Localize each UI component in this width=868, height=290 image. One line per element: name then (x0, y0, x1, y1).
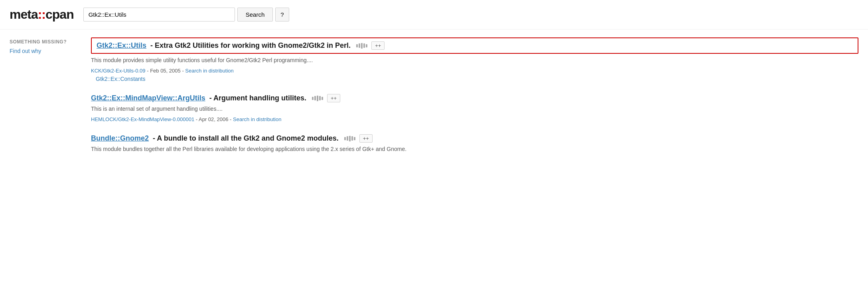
logo-dots: :: (38, 7, 45, 22)
result-summary-2: This is an internal set of argument hand… (91, 105, 858, 113)
content-area: Gtk2::Ex::Utils - Extra Gtk2 Utilities f… (91, 37, 858, 165)
result-meta-sep2-2: - (230, 116, 233, 122)
submodule-link-1-0[interactable]: Gtk2::Ex::Constants (96, 76, 146, 82)
bar2-2 (314, 96, 316, 100)
result-meta-sep-2: - (196, 116, 199, 122)
bar3-3 (349, 136, 351, 141)
result-author-link-2[interactable]: HEMLOCK/Gtk2-Ex-MindMapView-0.000001 (91, 116, 194, 122)
search-bar: Search ? (83, 8, 289, 22)
result-title-row-1: Gtk2::Ex::Utils - Extra Gtk2 Utilities f… (91, 37, 858, 54)
sidebar-missing-label: SOMETHING MISSING? (10, 39, 81, 45)
bar3-4 (351, 136, 353, 141)
bar3-2 (347, 136, 348, 141)
result-title-suffix-1: - Extra Gtk2 Utilities for working with … (150, 41, 351, 50)
result-summary-1: This module provides simple utility func… (91, 56, 858, 65)
bar-1 (356, 44, 358, 47)
pp-button-3[interactable]: ++ (359, 134, 373, 143)
search-button[interactable]: Search (237, 8, 273, 22)
result-link-1[interactable]: Gtk2::Ex::Utils (97, 41, 146, 50)
result-item-1: Gtk2::Ex::Utils - Extra Gtk2 Utilities f… (91, 37, 858, 82)
result-bars-3 (344, 136, 355, 141)
result-search-dist-2[interactable]: Search in distribution (233, 116, 281, 122)
result-title-suffix-3: - A bundle to install all the Gtk2 and G… (153, 134, 339, 143)
bar3-1 (344, 137, 346, 140)
result-search-dist-1[interactable]: Search in distribution (185, 68, 233, 74)
result-meta-date-2: Apr 02, 2006 (199, 116, 228, 122)
result-title-row-3: Bundle::Gnome2 - A bundle to install all… (91, 134, 858, 143)
logo[interactable]: meta::cpan (10, 7, 74, 22)
bar2-4 (319, 96, 321, 100)
result-link-2[interactable]: Gtk2::Ex::MindMapView::ArgUtils (91, 94, 205, 102)
result-bars-1 (356, 43, 367, 49)
result-item-2: Gtk2::Ex::MindMapView::ArgUtils - Argume… (91, 94, 858, 122)
header: meta::cpan Search ? (0, 0, 868, 29)
result-meta-2: HEMLOCK/Gtk2-Ex-MindMapView-0.000001 - A… (91, 116, 858, 122)
logo-text-after: cpan (45, 7, 74, 22)
result-bars-2 (312, 96, 323, 101)
main-layout: SOMETHING MISSING? Find out why Gtk2::Ex… (0, 29, 868, 173)
bar2-3 (317, 96, 318, 101)
logo-text-before: meta (10, 7, 38, 22)
result-title-row-2: Gtk2::Ex::MindMapView::ArgUtils - Argume… (91, 94, 858, 102)
bar3-5 (354, 137, 355, 140)
bar-5 (366, 44, 367, 47)
result-meta-sep-1: - (147, 68, 150, 74)
bar2-5 (322, 97, 323, 100)
result-submodules-1: Gtk2::Ex::Constants (91, 75, 858, 82)
result-summary-3: This module bundles together all the Per… (91, 145, 858, 153)
bar2-1 (312, 97, 314, 100)
sidebar: SOMETHING MISSING? Find out why (10, 37, 81, 165)
result-meta-date-1: Feb 05, 2005 (150, 68, 181, 74)
pp-button-1[interactable]: ++ (371, 41, 385, 50)
result-meta-1: KCK/Gtk2-Ex-Utils-0.09 - Feb 05, 2005 - … (91, 68, 858, 74)
result-link-3[interactable]: Bundle::Gnome2 (91, 134, 149, 143)
bar-3 (361, 43, 363, 49)
bar-2 (359, 43, 360, 48)
pp-button-2[interactable]: ++ (327, 94, 340, 102)
result-item-3: Bundle::Gnome2 - A bundle to install all… (91, 134, 858, 153)
result-author-link-1[interactable]: KCK/Gtk2-Ex-Utils-0.09 (91, 68, 146, 74)
result-title-suffix-2: - Argument handling utilites. (209, 94, 306, 102)
help-button[interactable]: ? (275, 8, 289, 22)
search-input[interactable] (83, 8, 235, 22)
bar-4 (363, 43, 365, 48)
find-out-why-link[interactable]: Find out why (10, 48, 81, 54)
